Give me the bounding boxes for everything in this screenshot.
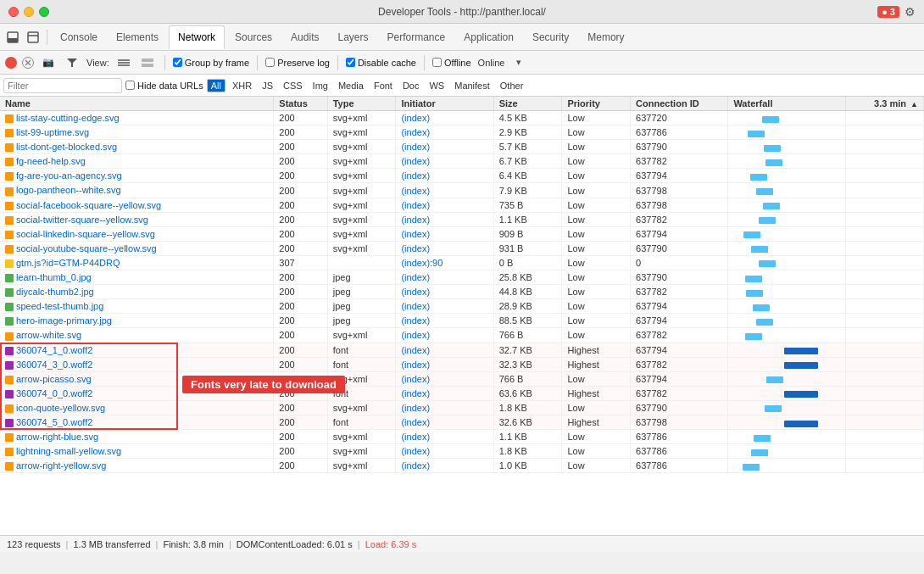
col-header-status[interactable]: Status (274, 97, 327, 111)
settings-icon[interactable]: ⚙ (905, 5, 916, 19)
table-row[interactable]: 360074_1_0.woff2 200 font (index) 32.7 K… (0, 343, 924, 357)
cell-time (845, 357, 923, 371)
cell-name: speed-test-thumb.jpg (0, 299, 274, 314)
offline-checkbox[interactable]: Offline (432, 58, 471, 68)
cell-initiator: (index) (396, 430, 493, 444)
table-row[interactable]: fg-need-help.svg 200 svg+xml (index) 6.7… (0, 154, 924, 169)
table-row[interactable]: arrow-right-blue.svg 200 svg+xml (index)… (0, 430, 924, 444)
clear-button[interactable] (22, 57, 34, 69)
cell-status: 200 (274, 183, 327, 198)
cell-time (845, 111, 923, 125)
filter-doc[interactable]: Doc (399, 80, 423, 92)
col-header-name[interactable]: Name (0, 97, 274, 111)
window-controls[interactable] (8, 7, 49, 17)
cell-name: arrow-white.svg (0, 328, 274, 343)
tab-memory[interactable]: Memory (579, 25, 632, 49)
table-row[interactable]: 360074_5_0.woff2 200 font (index) 32.6 K… (0, 415, 924, 429)
filter-input[interactable] (3, 78, 122, 93)
filter-xhr[interactable]: XHR (229, 80, 255, 92)
col-header-size[interactable]: Size (493, 97, 562, 111)
cell-type: svg+xml (327, 241, 396, 255)
cell-time (845, 226, 923, 241)
col-header-connection[interactable]: Connection ID (631, 97, 728, 111)
cell-status: 200 (274, 154, 327, 169)
disable-cache-checkbox[interactable]: Disable cache (346, 58, 416, 68)
table-row[interactable]: arrow-picasso.svg 200 svg+xml (index) 76… (0, 371, 924, 386)
hide-data-urls-checkbox[interactable]: Hide data URLs (125, 81, 203, 91)
table-row[interactable]: social-linkedin-square--yellow.svg 200 s… (0, 226, 924, 241)
undock-icon[interactable] (24, 28, 42, 47)
table-row[interactable]: list-stay-cutting-edge.svg 200 svg+xml (… (0, 111, 924, 125)
tab-application[interactable]: Application (455, 25, 522, 49)
cell-waterfall (728, 140, 845, 154)
table-row[interactable]: list-dont-get-blocked.svg 200 svg+xml (i… (0, 140, 924, 154)
table-row[interactable]: logo-pantheon--white.svg 200 svg+xml (in… (0, 183, 924, 198)
col-header-waterfall[interactable]: Waterfall (728, 97, 845, 111)
cell-status: 200 (274, 343, 327, 357)
record-button[interactable] (5, 57, 17, 69)
close-button[interactable] (8, 7, 19, 17)
maximize-button[interactable] (39, 7, 49, 17)
filter-all[interactable]: All (207, 79, 225, 92)
cell-waterfall (728, 400, 845, 415)
cell-name: icon-quote-yellow.svg (0, 400, 274, 415)
filter-css[interactable]: CSS (280, 80, 306, 92)
group-by-frame-checkbox[interactable]: Group by frame (173, 58, 249, 68)
minimize-button[interactable] (24, 7, 34, 17)
filter-manifest[interactable]: Manifest (451, 80, 493, 92)
col-header-priority[interactable]: Priority (562, 97, 631, 111)
dock-icon[interactable] (3, 28, 22, 47)
table-row[interactable]: learn-thumb_0.jpg 200 jpeg (index) 25.8 … (0, 270, 924, 285)
cell-time (845, 444, 923, 459)
cell-time (845, 415, 923, 429)
tab-performance[interactable]: Performance (379, 25, 454, 49)
network-conditions-icon[interactable]: ▾ (509, 53, 528, 72)
filter-media[interactable]: Media (335, 80, 367, 92)
table-row[interactable]: fg-are-you-an-agency.svg 200 svg+xml (in… (0, 169, 924, 183)
tab-sources[interactable]: Sources (226, 25, 281, 49)
large-view-icon[interactable] (138, 53, 157, 72)
tab-audits[interactable]: Audits (282, 25, 327, 49)
table-row[interactable]: lightning-small-yellow.svg 200 svg+xml (… (0, 444, 924, 459)
table-row[interactable]: arrow-right-yellow.svg 200 svg+xml (inde… (0, 459, 924, 473)
table-row[interactable]: gtm.js?id=GTM-P44DRQ 307 (index):90 0 B … (0, 255, 924, 270)
filter-icon[interactable] (63, 53, 81, 72)
table-row[interactable]: hero-image-primary.jpg 200 jpeg (index) … (0, 314, 924, 328)
cell-size: 735 B (493, 198, 562, 212)
table-row[interactable]: list-99-uptime.svg 200 svg+xml (index) 2… (0, 125, 924, 140)
cell-connection: 637790 (631, 241, 728, 255)
table-row[interactable]: diycalc-thumb2.jpg 200 jpeg (index) 44.8… (0, 285, 924, 299)
cell-initiator: (index) (396, 357, 493, 371)
table-row[interactable]: 360074_3_0.woff2 200 font (index) 32.3 K… (0, 357, 924, 371)
filter-other[interactable]: Other (497, 80, 527, 92)
table-row[interactable]: arrow-white.svg 200 svg+xml (index) 766 … (0, 328, 924, 343)
table-row[interactable]: icon-quote-yellow.svg 200 svg+xml (index… (0, 400, 924, 415)
table-row[interactable]: social-youtube-square--yellow.svg 200 sv… (0, 241, 924, 255)
col-header-type[interactable]: Type (327, 97, 396, 111)
online-label: Online (478, 58, 505, 68)
filter-js[interactable]: JS (259, 80, 276, 92)
preserve-log-checkbox[interactable]: Preserve log (265, 58, 330, 68)
tab-security[interactable]: Security (524, 25, 577, 49)
table-row[interactable]: 360074_0_0.woff2 200 font (index) 63.6 K… (0, 386, 924, 400)
tab-layers[interactable]: Layers (329, 25, 376, 49)
cell-name: list-stay-cutting-edge.svg (0, 111, 274, 125)
tab-console[interactable]: Console (52, 25, 106, 49)
camera-icon[interactable]: 📷 (39, 53, 58, 72)
filter-type-tags: XHR JS CSS Img Media Font Doc WS Manifes… (229, 80, 526, 92)
options-divider3 (337, 55, 338, 70)
cell-time (845, 198, 923, 212)
filter-ws[interactable]: WS (426, 80, 448, 92)
table-row[interactable]: speed-test-thumb.jpg 200 jpeg (index) 28… (0, 299, 924, 314)
tab-elements[interactable]: Elements (108, 25, 167, 49)
cell-status: 200 (274, 328, 327, 343)
network-table-container[interactable]: Name Status Type Initiator Size Priority… (0, 97, 924, 535)
filter-font[interactable]: Font (370, 80, 396, 92)
col-header-initiator[interactable]: Initiator (396, 97, 493, 111)
filter-img[interactable]: Img (309, 80, 331, 92)
tab-network[interactable]: Network (169, 25, 225, 49)
table-row[interactable]: social-facebook-square--yellow.svg 200 s… (0, 198, 924, 212)
list-view-icon[interactable] (114, 53, 133, 72)
table-row[interactable]: social-twitter-square--yellow.svg 200 sv… (0, 212, 924, 226)
cell-initiator: (index) (396, 343, 493, 357)
